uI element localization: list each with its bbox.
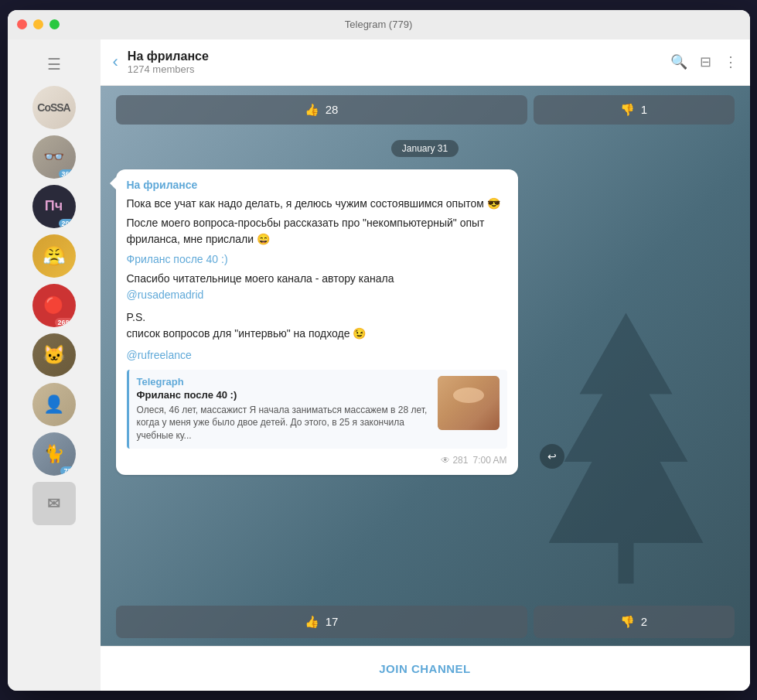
columns-icon[interactable]: ⊟: [700, 53, 711, 70]
message-time: 7:00 AM: [472, 455, 506, 466]
massage-illustration: [438, 376, 500, 430]
telegraph-image: [438, 376, 500, 430]
bottom-like-count: 17: [326, 615, 339, 628]
traffic-lights: [17, 19, 60, 29]
avatar-image: 🔴: [43, 295, 64, 316]
sidebar-item-cossa[interactable]: CoSSA: [32, 86, 76, 129]
chat-members: 1274 members: [128, 63, 670, 75]
like-reaction-button[interactable]: 👍 28: [116, 95, 527, 125]
sidebar-item-201[interactable]: Пч 201: [32, 185, 76, 228]
avatar-image: 👓: [43, 147, 64, 167]
chat-area: 👍 28 👎 1 January 31: [101, 86, 750, 646]
avatar-image: 🐈: [43, 444, 64, 464]
chat-scroll[interactable]: 👍 28 👎 1 January 31: [101, 86, 750, 598]
dislike-reaction-button[interactable]: 👎 1: [534, 95, 735, 125]
date-pill: January 31: [391, 140, 459, 157]
main-content: ‹ На фрилансе 1274 members 🔍 ⊟ ⋮: [101, 39, 750, 691]
message-sender[interactable]: На фрилансе: [127, 179, 507, 191]
cossa-logo: CoSSA: [37, 101, 70, 114]
telegraph-text: Telegraph Фриланс после 40 :) Олеся, 46 …: [137, 376, 430, 442]
bottom-like-emoji: 👍: [305, 615, 319, 629]
dislike-emoji: 👎: [620, 103, 635, 117]
avatar-image: 👤: [43, 394, 64, 415]
telegraph-desc: Олеся, 46 лет, массажист Я начала занима…: [137, 404, 430, 442]
message-bubble: На фрилансе Пока все учат как надо делат…: [116, 169, 518, 475]
message-text-3: Спасибо читательнице моего канала - авто…: [127, 271, 507, 303]
telegram-window: Telegram (779) ☰ CoSSA 👓 363 Пч 201: [8, 10, 750, 691]
more-icon[interactable]: ⋮: [724, 53, 738, 70]
avatar-image: 🐱: [43, 344, 66, 366]
bottom-like-button[interactable]: 👍 17: [116, 606, 527, 638]
unread-badge: 201: [59, 219, 75, 228]
view-count: 👁 281: [441, 455, 468, 466]
titlebar: Telegram (779): [8, 10, 750, 39]
sidebar-item-meh[interactable]: 😤: [32, 234, 76, 278]
chat-name: На фрилансе: [128, 50, 670, 63]
menu-button[interactable]: ☰: [39, 49, 70, 80]
message-footer: 👁 281 7:00 AM: [127, 455, 507, 466]
freelance-link[interactable]: Фриланс после 40 :): [127, 253, 228, 265]
maximize-button[interactable]: [49, 19, 60, 29]
eye-icon: 👁: [441, 455, 450, 466]
telegraph-title: Фриланс после 40 :): [137, 389, 430, 401]
message-text-2: После моего вопроса-просьбы рассказать п…: [127, 215, 507, 248]
dislike-count: 1: [641, 103, 647, 116]
like-emoji: 👍: [305, 103, 319, 117]
avatar-image: 😤: [43, 245, 66, 267]
forward-button[interactable]: ↩: [540, 444, 564, 469]
minimize-button[interactable]: [33, 19, 43, 29]
unread-badge: 363: [59, 169, 75, 179]
like-count: 28: [326, 103, 339, 116]
telegraph-preview[interactable]: Telegraph Фриланс после 40 :) Олеся, 46 …: [127, 370, 507, 449]
join-channel-button[interactable]: JOIN CHANNEL: [379, 662, 471, 675]
menu-icon: ☰: [47, 55, 61, 73]
sidebar-item-envelope[interactable]: ✉: [32, 482, 76, 525]
bottom-dislike-count: 2: [641, 615, 647, 628]
back-button[interactable]: ‹: [113, 52, 118, 72]
bottom-dislike-emoji: 👎: [620, 615, 635, 629]
mention-rufreelance[interactable]: @rufreelance: [127, 349, 192, 361]
unread-badge: 78: [60, 466, 76, 476]
unread-badge: 2687: [55, 318, 75, 327]
close-button[interactable]: [17, 19, 27, 29]
bottom-dislike-button[interactable]: 👎 2: [534, 606, 735, 638]
app-body: ☰ CoSSA 👓 363 Пч 201 😤 🔴: [8, 39, 750, 691]
join-channel-bar[interactable]: JOIN CHANNEL: [101, 646, 750, 691]
search-icon[interactable]: 🔍: [670, 53, 687, 70]
chat-info: На фрилансе 1274 members: [128, 50, 670, 75]
telegraph-source: Telegraph: [137, 376, 430, 388]
top-reaction-bar: 👍 28 👎 1: [116, 95, 735, 125]
sidebar-item-78[interactable]: 🐈 78: [32, 432, 76, 476]
chat-header: ‹ На фрилансе 1274 members 🔍 ⊟ ⋮: [101, 39, 750, 86]
ps-text: P.S. список вопросов для "интервью" на п…: [127, 309, 507, 342]
window-title: Telegram (779): [345, 19, 412, 30]
avatar-image: Пч: [45, 198, 63, 214]
bottom-reaction-bar: 👍 17 👎 2: [101, 598, 750, 646]
sidebar-item-man[interactable]: 👤: [32, 383, 76, 426]
mention-rusademadrid[interactable]: @rusademadrid: [127, 289, 204, 301]
sidebar-item-363[interactable]: 👓 363: [32, 135, 76, 179]
sidebar: ☰ CoSSA 👓 363 Пч 201 😤 🔴: [8, 39, 101, 691]
sidebar-item-2687[interactable]: 🔴 2687: [32, 284, 76, 327]
header-actions: 🔍 ⊟ ⋮: [670, 53, 738, 70]
envelope-icon: ✉: [47, 494, 60, 513]
forward-icon: ↩: [547, 450, 557, 463]
message-text-1: Пока все учат как надо делать, я делюсь …: [127, 196, 507, 212]
date-separator: January 31: [116, 140, 735, 157]
sidebar-item-cat[interactable]: 🐱: [32, 333, 76, 377]
